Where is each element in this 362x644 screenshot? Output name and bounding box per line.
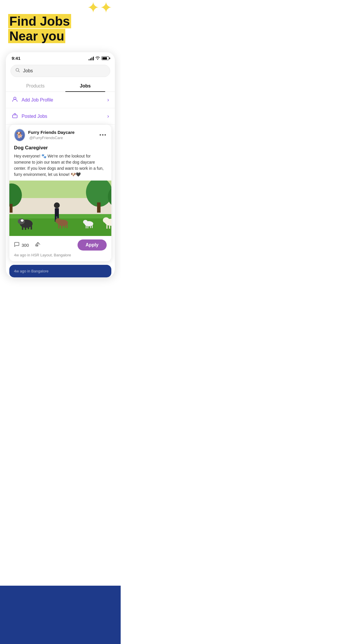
wifi-icon xyxy=(95,56,100,61)
svg-point-31 xyxy=(83,220,88,224)
page-wrapper: ✦✦ Find Jobs Near you 9:41 xyxy=(0,0,121,644)
search-text: Jobs xyxy=(23,68,33,74)
post-time: 4w ago in HSR Layout, Bangalore xyxy=(9,253,111,261)
phone-mockup: 9:41 xyxy=(6,52,115,277)
status-time: 9:41 xyxy=(12,56,20,61)
title-line1: Find Jobs xyxy=(8,14,71,28)
add-job-profile-item[interactable]: Add Job Profile › xyxy=(6,92,115,108)
share-icon xyxy=(35,242,41,249)
title-highlight: Find Jobs xyxy=(8,14,71,28)
comment-icon xyxy=(14,242,20,249)
chevron-right-icon: › xyxy=(107,97,109,103)
job-post-card: 🐕 Furry Friends Daycare @FurryFriendsCar… xyxy=(9,125,111,261)
svg-point-1 xyxy=(14,97,16,99)
svg-rect-33 xyxy=(87,225,88,228)
svg-rect-35 xyxy=(92,225,93,228)
post-footer: 300 Apply xyxy=(9,236,111,253)
comment-count: 300 xyxy=(22,243,29,248)
add-job-profile-label: Add Job Profile xyxy=(22,97,53,103)
svg-rect-26 xyxy=(58,225,59,228)
account-handle: @FurryFriendsCare xyxy=(29,136,63,140)
svg-point-25 xyxy=(55,218,61,223)
svg-point-13 xyxy=(54,202,60,208)
menu-item-left: Add Job Profile xyxy=(12,96,53,104)
search-bar-container: Jobs xyxy=(6,62,115,80)
blue-background-block xyxy=(0,586,121,644)
signal-bars-icon xyxy=(89,56,94,60)
search-bar[interactable]: Jobs xyxy=(10,65,110,77)
svg-rect-14 xyxy=(55,208,59,216)
job-title: Dog Caregiver xyxy=(9,144,111,153)
more-options-icon[interactable]: ••• xyxy=(99,132,107,138)
post-header-left: 🐕 Furry Friends Daycare @FurryFriendsCar… xyxy=(14,129,99,141)
posted-jobs-label: Posted Jobs xyxy=(22,114,47,119)
menu-item-left2: Posted Jobs xyxy=(12,112,47,120)
hero-title: Find Jobs Near you xyxy=(8,14,113,43)
svg-rect-8 xyxy=(10,204,13,213)
profile-icon xyxy=(12,96,18,104)
status-bar: 9:41 xyxy=(6,52,115,62)
battery-icon xyxy=(101,56,109,60)
second-post-time: 4w ago in Bangalore xyxy=(14,269,107,273)
svg-point-37 xyxy=(103,217,109,223)
svg-rect-32 xyxy=(86,225,87,228)
share-action[interactable] xyxy=(35,242,41,249)
svg-rect-2 xyxy=(13,115,17,118)
posted-jobs-item[interactable]: Posted Jobs › xyxy=(6,108,115,125)
svg-rect-10 xyxy=(97,202,101,213)
svg-rect-21 xyxy=(25,226,26,230)
content-wrapper: ✦✦ Find Jobs Near you 9:41 xyxy=(0,0,121,277)
post-image xyxy=(9,181,111,236)
apply-button[interactable]: Apply xyxy=(78,239,107,251)
post-header: 🐕 Furry Friends Daycare @FurryFriendsCar… xyxy=(9,125,111,144)
svg-rect-22 xyxy=(28,225,29,229)
search-icon xyxy=(15,68,20,74)
tab-products[interactable]: Products xyxy=(10,80,60,92)
svg-rect-29 xyxy=(66,225,68,228)
comment-action[interactable]: 300 xyxy=(14,242,29,249)
second-post-preview: 4w ago in Bangalore xyxy=(9,265,111,277)
svg-rect-28 xyxy=(64,224,65,228)
sparkle-icon: ✦✦ xyxy=(87,0,113,15)
svg-point-19 xyxy=(21,219,24,222)
post-body: Hey everyone! 🐾 We're on the lookout for… xyxy=(9,153,111,181)
briefcase-icon xyxy=(12,112,18,120)
avatar: 🐕 xyxy=(14,129,25,141)
account-name: Furry Friends Daycare xyxy=(28,130,75,135)
header-section: ✦✦ Find Jobs Near you xyxy=(0,0,121,49)
title-highlight2: Near you xyxy=(8,29,65,43)
tab-jobs[interactable]: Jobs xyxy=(60,80,110,92)
svg-rect-20 xyxy=(22,226,23,230)
svg-rect-34 xyxy=(90,225,91,228)
chevron-right-icon2: › xyxy=(107,113,109,119)
title-line2: Near you xyxy=(8,29,65,43)
svg-rect-39 xyxy=(109,225,110,229)
account-info: Furry Friends Daycare @FurryFriendsCare xyxy=(28,130,100,140)
svg-rect-23 xyxy=(31,225,32,230)
status-icons xyxy=(89,56,109,61)
post-footer-left: 300 xyxy=(14,242,41,249)
svg-rect-38 xyxy=(106,225,108,229)
svg-rect-27 xyxy=(61,225,62,228)
tabs-container: Products Jobs xyxy=(6,80,115,92)
